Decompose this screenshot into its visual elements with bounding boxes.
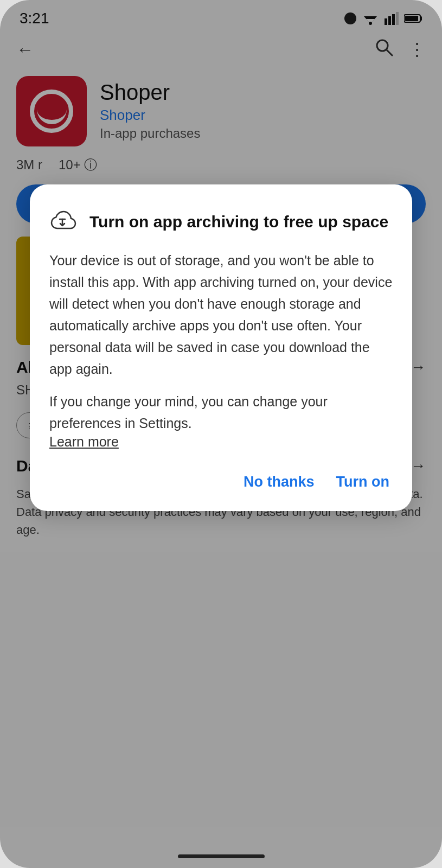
archiving-dialog: Turn on app archiving to free up space Y… — [30, 184, 412, 511]
archive-icon — [49, 206, 80, 237]
dialog-body: Your device is out of storage, and you w… — [49, 250, 393, 380]
dialog-header: Turn on app archiving to free up space — [49, 206, 393, 237]
learn-more-link[interactable]: Learn more — [49, 434, 119, 449]
dialog-body2: If you change your mind, you can change … — [49, 394, 328, 431]
dialog-body2-container: If you change your mind, you can change … — [49, 391, 393, 450]
turn-on-button[interactable]: Turn on — [333, 469, 393, 495]
dialog-title: Turn on app archiving to free up space — [89, 211, 388, 232]
phone-frame: 3:21 ← — [0, 0, 442, 868]
no-thanks-button[interactable]: No thanks — [240, 469, 318, 495]
dialog-actions: No thanks Turn on — [49, 466, 393, 495]
